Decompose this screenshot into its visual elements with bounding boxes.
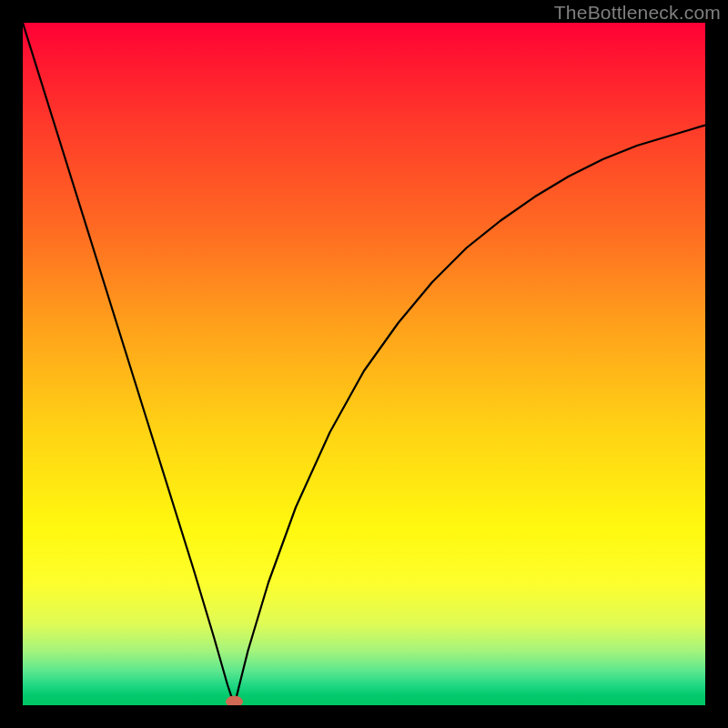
curve-right [235,126,706,706]
plot-area [23,23,705,705]
curve-svg [23,23,705,705]
curve-left [23,23,235,705]
min-marker [227,696,243,705]
watermark-text: TheBottleneck.com [554,2,721,24]
chart-frame: TheBottleneck.com [0,0,728,728]
